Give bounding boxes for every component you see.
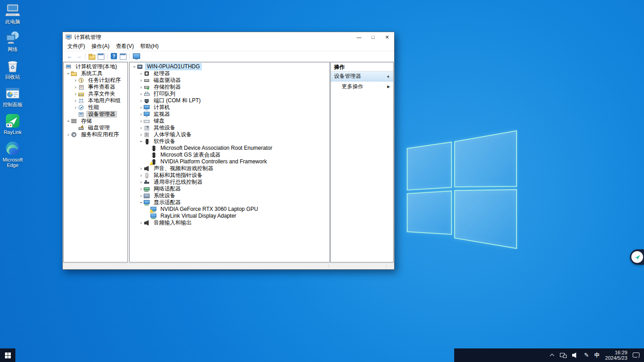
chevron-right-icon[interactable]: › xyxy=(73,91,78,96)
chevron-down-icon[interactable]: › xyxy=(132,64,137,70)
chevron-down-icon[interactable]: › xyxy=(139,200,144,205)
chevron-right-icon[interactable]: › xyxy=(138,105,144,110)
device-tree-row[interactable]: ›鼠标和其他指针设备 xyxy=(130,172,329,179)
chevron-right-icon[interactable]: › xyxy=(138,125,144,130)
device-tree-row[interactable]: ›处理器 xyxy=(130,70,329,77)
console-tree-row[interactable]: ›服务和应用程序 xyxy=(64,131,127,138)
device-tree-row[interactable]: RayLink Virtual Display Adapter xyxy=(130,213,329,219)
device-tree-row[interactable]: ›计算机 xyxy=(130,104,329,111)
forward-icon[interactable]: → xyxy=(75,52,83,60)
minimize-button[interactable]: — xyxy=(352,32,366,42)
monitor-toolbar-icon[interactable] xyxy=(132,52,140,60)
desktop-icon-control-panel[interactable]: 控制面板 xyxy=(0,86,25,107)
menu-file[interactable]: 文件(F) xyxy=(64,42,88,51)
device-tree-row[interactable]: Microsoft Device Association Root Enumer… xyxy=(130,145,329,152)
device-tree-row[interactable]: ›磁盘驱动器 xyxy=(130,77,329,84)
menu-action[interactable]: 操作(A) xyxy=(88,42,113,51)
device-tree-row[interactable]: ›端口 (COM 和 LPT) xyxy=(130,97,329,104)
chevron-right-icon[interactable]: › xyxy=(138,220,144,225)
device-tree-row[interactable]: ›监视器 xyxy=(130,111,329,118)
console-tree-row[interactable]: ›系统工具 xyxy=(64,70,127,77)
menu-view[interactable]: 查看(V) xyxy=(113,42,137,51)
device-tree-row[interactable]: NVIDIA Platform Controllers and Framewor… xyxy=(130,158,329,165)
desktop-icon-edge[interactable]: Microsoft Edge xyxy=(0,141,25,168)
desktop-icon-network[interactable]: 网络 xyxy=(0,30,25,52)
desktop-icon-recycle-bin[interactable]: ♻ 回收站 xyxy=(0,58,25,80)
monitor-icon xyxy=(144,105,150,110)
chevron-right-icon[interactable]: › xyxy=(138,85,144,90)
chevron-right-icon[interactable]: › xyxy=(138,91,144,96)
device-tree-row[interactable]: NVIDIA GeForce RTX 3060 Laptop GPU xyxy=(130,206,329,213)
chevron-right-icon[interactable]: › xyxy=(138,112,144,117)
device-tree-row[interactable]: ›通用串行总线控制器 xyxy=(130,179,329,186)
device-tree-row[interactable]: ›其他设备 xyxy=(130,124,329,131)
device-tree-label: 打印队列 xyxy=(152,90,177,97)
chevron-down-icon[interactable]: › xyxy=(66,71,71,76)
console-tree-row[interactable]: ›任务计划程序 xyxy=(64,77,127,84)
chevron-right-icon[interactable]: › xyxy=(73,98,78,103)
chevron-right-icon[interactable]: › xyxy=(138,193,144,198)
properties-window-icon[interactable] xyxy=(119,52,127,60)
pen-tray-icon[interactable]: ✎ xyxy=(584,352,589,358)
maximize-button[interactable]: □ xyxy=(366,32,380,42)
device-tree-row[interactable]: ›显示适配器 xyxy=(130,199,329,206)
taskbar-clock[interactable]: 16:29 2024/5/23 xyxy=(605,350,627,361)
chevron-right-icon[interactable]: › xyxy=(138,78,144,83)
action-center-icon[interactable] xyxy=(633,352,639,358)
console-tree-row[interactable]: ›共享文件夹 xyxy=(64,90,127,97)
device-tree-row[interactable]: ›键盘 xyxy=(130,118,329,124)
console-tree-row[interactable]: 设备管理器 xyxy=(64,111,127,118)
device-tree-row[interactable]: ›WIN-0PUAO1UTHDG xyxy=(130,63,329,70)
chevron-right-icon[interactable]: › xyxy=(138,173,144,178)
device-tree-row[interactable]: Microsoft GS 波表合成器 xyxy=(130,152,329,158)
device-tree-row[interactable]: ›存储控制器 xyxy=(130,84,329,90)
show-console-tree-icon[interactable] xyxy=(97,52,105,60)
chevron-right-icon[interactable]: › xyxy=(138,166,144,171)
device-tree-row[interactable]: ›网络适配器 xyxy=(130,186,329,192)
chevron-right-icon[interactable]: › xyxy=(138,132,144,137)
chevron-right-icon[interactable]: › xyxy=(138,119,144,124)
chevron-right-icon[interactable]: › xyxy=(138,71,144,76)
chevron-down-icon[interactable]: › xyxy=(139,139,144,144)
device-tree-row[interactable]: ›人体学输入设备 xyxy=(130,131,329,138)
ime-indicator[interactable]: 中 xyxy=(594,352,600,359)
console-tree-row[interactable]: 磁盘管理 xyxy=(64,124,127,131)
console-tree-row[interactable]: ›性能 xyxy=(64,104,127,111)
device-tree-row[interactable]: ›打印队列 xyxy=(130,90,329,97)
chevron-right-icon[interactable]: › xyxy=(73,78,78,83)
help-icon[interactable]: ? xyxy=(110,52,118,60)
chevron-right-icon[interactable]: › xyxy=(73,105,78,110)
collapse-icon[interactable]: ▲ xyxy=(386,74,390,78)
network-tray-icon[interactable] xyxy=(560,352,567,358)
title-bar[interactable]: 计算机管理 — □ ✕ xyxy=(63,32,394,42)
device-tree-row[interactable]: ›音频输入和输出 xyxy=(130,219,329,226)
console-tree-row[interactable]: ›本地用户和组 xyxy=(64,97,127,104)
raylink-floating-ball[interactable] xyxy=(630,249,644,265)
desktop-icon-this-pc[interactable]: 此电脑 xyxy=(0,3,25,24)
chevron-right-icon[interactable]: › xyxy=(73,85,78,90)
device-tree-label: 显示适配器 xyxy=(152,199,183,206)
volume-tray-icon[interactable] xyxy=(572,352,578,358)
audio-icon xyxy=(144,220,150,226)
hidden-icons-chevron-icon[interactable] xyxy=(550,353,555,357)
folder-icon[interactable] xyxy=(88,52,96,60)
chevron-down-icon[interactable]: › xyxy=(66,119,71,124)
chevron-right-icon[interactable]: › xyxy=(138,180,144,185)
device-tree-row[interactable]: ›软件设备 xyxy=(130,138,329,145)
start-button[interactable] xyxy=(0,348,15,362)
actions-group-device-manager[interactable]: 设备管理器 ▲ xyxy=(331,71,393,81)
device-tree-row[interactable]: ›声音、视频和游戏控制器 xyxy=(130,165,329,172)
console-tree-row[interactable]: ›事件查看器 xyxy=(64,84,127,90)
console-tree-row[interactable]: ›存储 xyxy=(64,118,127,124)
device-tree-row[interactable]: ›系统设备 xyxy=(130,192,329,199)
console-tree-row[interactable]: 计算机管理(本地) xyxy=(64,63,127,70)
chevron-right-icon[interactable]: › xyxy=(66,132,71,137)
chevron-right-icon[interactable]: › xyxy=(138,98,144,103)
console-tree-label: 任务计划程序 xyxy=(86,77,122,84)
more-actions-item[interactable]: 更多操作 ▶ xyxy=(331,81,393,91)
desktop-icon-raylink[interactable]: RayLink xyxy=(0,113,25,135)
back-icon[interactable]: ← xyxy=(66,52,74,60)
close-button[interactable]: ✕ xyxy=(380,32,394,42)
menu-help[interactable]: 帮助(H) xyxy=(137,42,162,51)
chevron-right-icon[interactable]: › xyxy=(138,186,144,191)
